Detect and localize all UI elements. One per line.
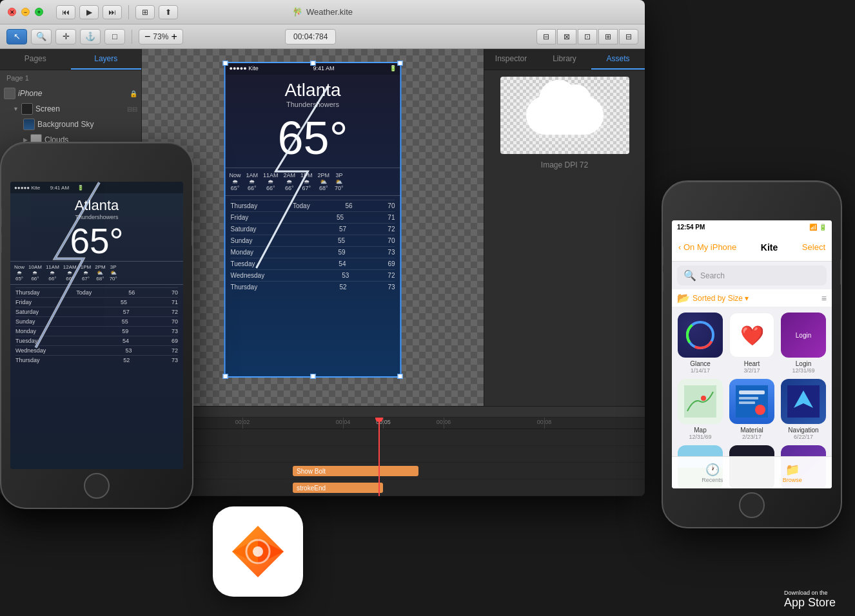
- svg-point-16: [253, 546, 263, 557]
- appstore-badge-content: Download on the App Store: [779, 590, 836, 610]
- home-btn-1[interactable]: [84, 473, 110, 499]
- canvas-phone-screen: ●●●●● Kite 9:41 AM 🔋 Atlanta Thundershow…: [224, 62, 402, 378]
- app-item-map[interactable]: Map 12/31/69: [677, 379, 723, 440]
- panel-toggle-button[interactable]: ⊞: [135, 5, 155, 19]
- tl-bar-stroke-end[interactable]: strokeEnd: [293, 483, 383, 493]
- zoom-plus[interactable]: +: [171, 31, 177, 43]
- layer-iphone[interactable]: iPhone 🔒: [0, 86, 141, 101]
- appstore-badge[interactable]: Download on the App Store: [779, 590, 836, 610]
- layer-thumb-screen: [21, 103, 33, 115]
- appstore-text: Download on the App Store: [784, 590, 836, 610]
- view-btn-1[interactable]: ⊟: [536, 29, 556, 44]
- ios-list-toggle[interactable]: ≡: [821, 293, 827, 303]
- view-btn-2[interactable]: ⊠: [557, 29, 576, 44]
- appstore-download-text: Download on the: [784, 590, 836, 596]
- close-button[interactable]: ✕: [8, 8, 16, 16]
- iphone-screen-2: 12:54 PM 📶 🔋 ‹ On My iPhone Kite Select …: [672, 220, 832, 488]
- time-display: 00:04:784: [285, 29, 336, 44]
- ios-tab-recents[interactable]: 🕐 Recents: [702, 463, 723, 483]
- layer-background-sky[interactable]: Background Sky: [0, 117, 141, 132]
- phone-city-name: Atlanta: [224, 80, 402, 101]
- app-item-login[interactable]: Login Login 12/31/69: [780, 313, 827, 374]
- ios-select-button[interactable]: Select: [802, 242, 825, 252]
- ios-sort-bar: 📂 Sorted by Size ▾ ≡: [672, 289, 832, 307]
- app-item-navigation[interactable]: Navigation 6/22/17: [780, 379, 827, 440]
- chevron-screen: ▼: [13, 106, 19, 112]
- tab-assets[interactable]: Assets: [591, 49, 645, 70]
- layer-name-screen: Screen: [35, 104, 60, 113]
- canvas-phone-preview[interactable]: ●●●●● Kite 9:41 AM 🔋 Atlanta Thundershow…: [224, 62, 402, 378]
- svg-rect-6: [739, 390, 765, 394]
- side-btn-2: [840, 259, 842, 285]
- app-icon-container: [213, 506, 303, 597]
- timeline-tracks[interactable]: 00:02 00:04 00:05 00:06 00:08 Show Bolt …: [142, 418, 645, 496]
- ios-tab-browse[interactable]: 📁 Browse: [783, 463, 802, 483]
- app-item-glance[interactable]: Glance 1/14/17: [677, 313, 723, 374]
- ws-condition-1: Thundershowers: [10, 214, 183, 220]
- tl-track-2: [142, 446, 645, 463]
- app-date-glance: 1/14/17: [677, 367, 723, 374]
- tl-playhead[interactable]: [378, 418, 380, 496]
- tl-track-1: [142, 429, 645, 446]
- ios-nav-bar: ‹ On My iPhone Kite Select: [672, 233, 832, 262]
- view-btn-5[interactable]: ⊟: [619, 29, 638, 44]
- window-title: 🎋 Weather.kite: [292, 7, 353, 17]
- ios-screen: 12:54 PM 📶 🔋 ‹ On My iPhone Kite Select …: [672, 220, 832, 488]
- app-name-map: Map: [677, 427, 723, 434]
- zoom-tool[interactable]: 🔍: [31, 29, 52, 44]
- back-button[interactable]: ‹ On My iPhone: [678, 242, 736, 252]
- view-btn-3[interactable]: ⊡: [578, 29, 597, 44]
- select-tool[interactable]: ↖: [6, 29, 27, 44]
- page-label: Page 1: [0, 70, 141, 86]
- folder-icon: 📂: [677, 292, 690, 304]
- zoom-control[interactable]: − 73% +: [139, 29, 183, 44]
- cloud-shape: [526, 96, 604, 135]
- phone-temperature: 65°: [224, 108, 402, 168]
- tab-inspector[interactable]: Inspector: [484, 49, 538, 70]
- crosshair-tool[interactable]: ✛: [55, 29, 76, 44]
- zoom-minus[interactable]: −: [144, 31, 150, 43]
- nav-fwd-button[interactable]: ⏭: [103, 5, 122, 19]
- app-icon: [213, 506, 303, 597]
- nav-back-button[interactable]: ⏮: [56, 5, 75, 19]
- tab-pages[interactable]: Pages: [0, 49, 71, 70]
- minimize-button[interactable]: −: [21, 8, 30, 16]
- ios-sort-label[interactable]: Sorted by Size ▾: [693, 294, 749, 303]
- svg-rect-8: [739, 401, 755, 404]
- tl-bar-show-bolt[interactable]: Show Bolt: [293, 466, 418, 476]
- app-item-material[interactable]: Material 2/23/17: [729, 379, 775, 440]
- vol-btn-up-2: [662, 246, 663, 265]
- ios-tab-bar: 🕐 Recents 📁 Browse: [672, 456, 832, 488]
- phone-forecast: ThursdayToday5670 Friday5571 Saturday577…: [224, 196, 402, 296]
- app-name-material: Material: [729, 427, 775, 434]
- app-name-glance: Glance: [677, 360, 723, 367]
- layer-name-iphone: iPhone: [18, 89, 42, 98]
- app-thumb-map: [678, 379, 723, 424]
- tl-track-show-bolt: Show Bolt: [142, 463, 645, 479]
- anchor-tool[interactable]: ⚓: [80, 29, 101, 44]
- svg-point-9: [755, 405, 765, 415]
- layer-name-sky: Background Sky: [37, 120, 93, 129]
- lock-icon-iphone: 🔒: [130, 90, 137, 97]
- tab-library[interactable]: Library: [538, 49, 591, 70]
- ws-city-name-1: Atlanta: [10, 197, 183, 214]
- nav-play-button[interactable]: ▶: [79, 5, 99, 19]
- share-button[interactable]: ⬆: [159, 5, 178, 19]
- kite-logo-svg: [219, 513, 297, 590]
- tl-tick-header: 00:02 00:04 00:05 00:06 00:08: [142, 418, 645, 429]
- tl-track-stroke-end: strokeEnd: [142, 479, 645, 496]
- maximize-button[interactable]: +: [35, 8, 43, 16]
- tab-layers[interactable]: Layers: [71, 49, 142, 70]
- home-btn-2[interactable]: [739, 492, 765, 518]
- badge-screen: ⊟⊟: [127, 106, 137, 113]
- iphone-body-1: ●●●●● Kite 9:41 AM 🔋 Atlanta Thundershow…: [0, 142, 193, 509]
- app-thumb-material: [729, 379, 774, 424]
- view-btn-4[interactable]: ⊞: [598, 29, 618, 44]
- app-item-heart[interactable]: ❤️ Heart 3/2/17: [729, 313, 775, 374]
- assets-content: Image DPI 72: [484, 70, 645, 406]
- layer-screen[interactable]: ▼ Screen ⊟⊟: [0, 101, 141, 117]
- shape-tool[interactable]: □: [104, 29, 125, 44]
- hour-3: 2AM🌧66°: [284, 172, 296, 191]
- iphone-body-2: 12:54 PM 📶 🔋 ‹ On My iPhone Kite Select …: [662, 180, 842, 528]
- view-buttons: ⊟ ⊠ ⊡ ⊞ ⊟: [536, 29, 638, 44]
